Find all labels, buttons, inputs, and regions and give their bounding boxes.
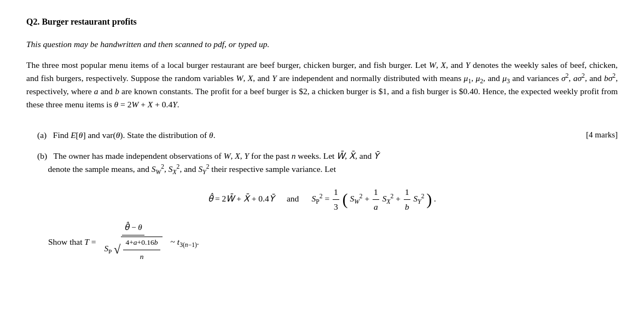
part-a: (a) Find E[θ] and var(θ). State the dist… [37, 129, 618, 142]
marks-a: [4 marks] [586, 129, 618, 141]
part-b-label: (b) [37, 151, 47, 160]
part-a-label: (a) [37, 130, 47, 140]
formula-block: θ̂ = 2W̄ + X̄ + 0.4Ȳ and SP2 = 1 3 ( SW2… [26, 186, 618, 214]
t-fraction: θ̂ − θ SP √ 4+a+0.16b n [101, 221, 166, 263]
page-title: Q2. Burger restaurant profits [26, 15, 618, 29]
show-label: Show that T = [48, 235, 96, 249]
italic-note: This question may be handwritten and the… [26, 38, 618, 51]
main-paragraph: The three most popular menu items of a l… [26, 59, 618, 111]
part-b: (b) The owner has made independent obser… [37, 149, 618, 176]
show-block: Show that T = θ̂ − θ SP √ 4+a+0.16b n [48, 221, 618, 263]
t-distribution: ~ t3(n−1). [171, 235, 199, 249]
